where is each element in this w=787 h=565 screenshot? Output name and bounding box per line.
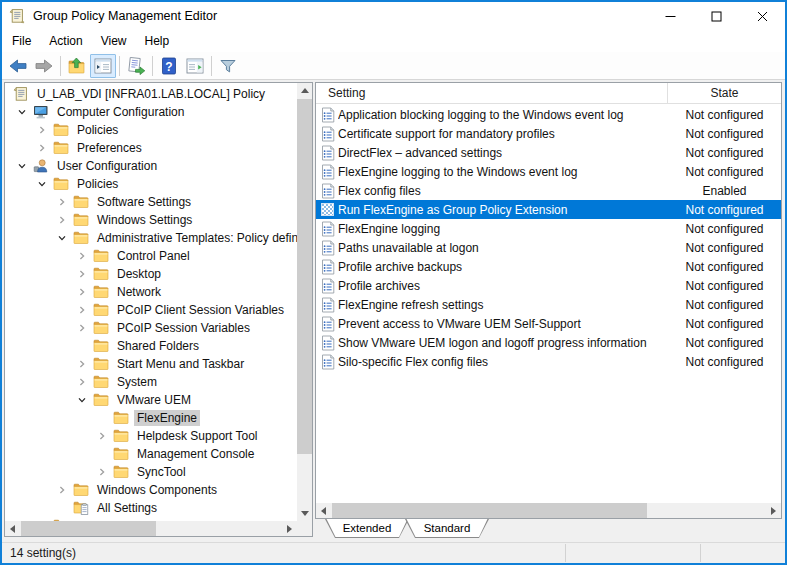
tree-item[interactable]: PCoIP Session Variables <box>5 319 297 337</box>
list-horizontal-scrollbar[interactable] <box>316 503 781 518</box>
settings-row[interactable]: Paths unavailable at logonNot configured <box>316 238 781 257</box>
settings-row[interactable]: Silo-specific Flex config filesNot confi… <box>316 352 781 371</box>
chevron-right-icon[interactable] <box>55 195 69 209</box>
tree-item[interactable]: FlexEngine <box>5 409 297 427</box>
scrollbar-thumb[interactable] <box>21 521 156 536</box>
close-button[interactable] <box>739 2 785 30</box>
scroll-right-arrow-icon[interactable] <box>766 503 781 518</box>
scrollbar-thumb[interactable] <box>332 503 647 518</box>
scroll-left-arrow-icon[interactable] <box>316 503 331 518</box>
tree-horizontal-scrollbar[interactable] <box>5 521 297 536</box>
chevron-down-icon[interactable] <box>55 231 69 245</box>
tab-standard[interactable]: Standard <box>405 519 489 538</box>
settings-row[interactable]: DirectFlex – advanced settingsNot config… <box>316 143 781 162</box>
forward-button[interactable] <box>31 54 57 78</box>
settings-row[interactable]: FlexEngine refresh settingsNot configure… <box>316 295 781 314</box>
scroll-up-arrow-icon[interactable] <box>297 83 312 98</box>
settings-row[interactable]: FlexEngine logging to the Windows event … <box>316 162 781 181</box>
export-list-button[interactable] <box>123 54 149 78</box>
maximize-button[interactable] <box>693 2 739 30</box>
settings-row[interactable]: Show VMware UEM logon and logoff progres… <box>316 333 781 352</box>
column-header-state[interactable]: State <box>668 83 781 103</box>
tree-item-label: Administrative Templates: Policy definit <box>94 230 297 246</box>
chevron-right-icon[interactable] <box>75 285 89 299</box>
gpo-icon <box>13 86 29 102</box>
tree-item[interactable]: Preferences <box>5 139 297 157</box>
chevron-down-icon[interactable] <box>15 159 29 173</box>
settings-row[interactable]: Flex config filesEnabled <box>316 181 781 200</box>
scroll-down-arrow-icon[interactable] <box>297 506 312 521</box>
chevron-right-icon[interactable] <box>75 375 89 389</box>
tree-item[interactable]: U_LAB_VDI [INFRA01.LAB.LOCAL] Policy <box>5 85 297 103</box>
chevron-down-icon[interactable] <box>75 393 89 407</box>
tree-item[interactable]: Network <box>5 283 297 301</box>
chevron-right-icon[interactable] <box>75 303 89 317</box>
help-button[interactable]: ? <box>156 54 182 78</box>
titlebar[interactable]: Group Policy Management Editor <box>2 2 785 30</box>
setting-name: DirectFlex – advanced settings <box>338 146 668 160</box>
folder-icon <box>113 428 129 444</box>
chevron-down-icon[interactable] <box>35 177 49 191</box>
tree-item[interactable]: Shared Folders <box>5 337 297 355</box>
chevron-right-icon[interactable] <box>95 465 109 479</box>
show-action-pane-button[interactable] <box>182 54 208 78</box>
menu-file[interactable]: File <box>12 34 31 48</box>
chevron-right-icon[interactable] <box>35 123 49 137</box>
tree-item[interactable]: Computer Configuration <box>5 103 297 121</box>
tree-item[interactable]: Policies <box>5 175 297 193</box>
menu-view[interactable]: View <box>101 34 127 48</box>
settings-row[interactable]: Run FlexEngine as Group Policy Extension… <box>316 200 781 219</box>
tree-item[interactable]: Software Settings <box>5 193 297 211</box>
filter-button[interactable] <box>215 54 241 78</box>
tree-item[interactable]: PCoIP Client Session Variables <box>5 301 297 319</box>
setting-name: Profile archives <box>338 279 668 293</box>
tree-item[interactable]: Windows Components <box>5 481 297 499</box>
up-one-level-button[interactable] <box>64 54 90 78</box>
tree-item[interactable]: Management Console <box>5 445 297 463</box>
settings-row[interactable]: Profile archivesNot configured <box>316 276 781 295</box>
chevron-right-icon[interactable] <box>95 429 109 443</box>
chevron-right-icon[interactable] <box>75 249 89 263</box>
minimize-button[interactable] <box>647 2 693 30</box>
folder-icon <box>93 392 109 408</box>
chevron-right-icon[interactable] <box>75 357 89 371</box>
folder-icon <box>53 140 69 156</box>
show-console-tree-button[interactable] <box>90 54 116 78</box>
tree-item[interactable]: User Configuration <box>5 157 297 175</box>
chevron-right-icon[interactable] <box>75 321 89 335</box>
tree-item[interactable]: Helpdesk Support Tool <box>5 427 297 445</box>
menu-action[interactable]: Action <box>49 34 82 48</box>
tree-item[interactable]: Policies <box>5 121 297 139</box>
chevron-down-icon[interactable] <box>15 105 29 119</box>
tree-item[interactable]: Control Panel <box>5 247 297 265</box>
menu-help[interactable]: Help <box>145 34 170 48</box>
tree-item-label: Network <box>114 284 164 300</box>
tree-item[interactable]: SyncTool <box>5 463 297 481</box>
tree-item[interactable]: Administrative Templates: Policy definit <box>5 229 297 247</box>
scroll-right-arrow-icon[interactable] <box>282 521 297 536</box>
tab-extended[interactable]: Extended <box>325 519 409 538</box>
policy-setting-icon <box>321 316 338 332</box>
tree-item[interactable]: Desktop <box>5 265 297 283</box>
settings-row[interactable]: Prevent access to VMware UEM Self-Suppor… <box>316 314 781 333</box>
tree-item[interactable]: All Settings <box>5 499 297 517</box>
chevron-right-icon[interactable] <box>35 141 49 155</box>
settings-row[interactable]: Profile archive backupsNot configured <box>316 257 781 276</box>
setting-state: Not configured <box>668 336 781 350</box>
tree-item[interactable]: VMware UEM <box>5 391 297 409</box>
column-header-setting[interactable]: Setting <box>316 83 668 103</box>
policy-setting-icon <box>321 145 338 161</box>
back-button[interactable] <box>5 54 31 78</box>
tree-item[interactable]: System <box>5 373 297 391</box>
settings-row[interactable]: Application blocking logging to the Wind… <box>316 105 781 124</box>
settings-row[interactable]: Certificate support for mandatory profil… <box>316 124 781 143</box>
chevron-right-icon[interactable] <box>55 483 69 497</box>
chevron-right-icon[interactable] <box>55 213 69 227</box>
scroll-left-arrow-icon[interactable] <box>5 521 20 536</box>
settings-row[interactable]: FlexEngine loggingNot configured <box>316 219 781 238</box>
tree-item[interactable]: Windows Settings <box>5 211 297 229</box>
chevron-right-icon[interactable] <box>75 267 89 281</box>
tree-item[interactable]: Start Menu and Taskbar <box>5 355 297 373</box>
scrollbar-thumb[interactable] <box>297 99 312 454</box>
tree-vertical-scrollbar[interactable] <box>297 83 312 521</box>
